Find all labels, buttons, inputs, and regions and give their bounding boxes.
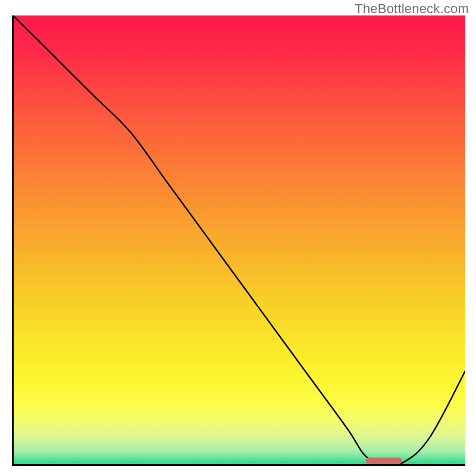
chart-area [13,15,465,465]
y-axis-line [12,15,14,465]
watermark-text: TheBottleneck.com [355,1,469,17]
x-axis-line [12,464,465,466]
plot-area [13,15,465,465]
marker-layer [13,15,465,465]
optimal-zone-marker [366,458,402,464]
